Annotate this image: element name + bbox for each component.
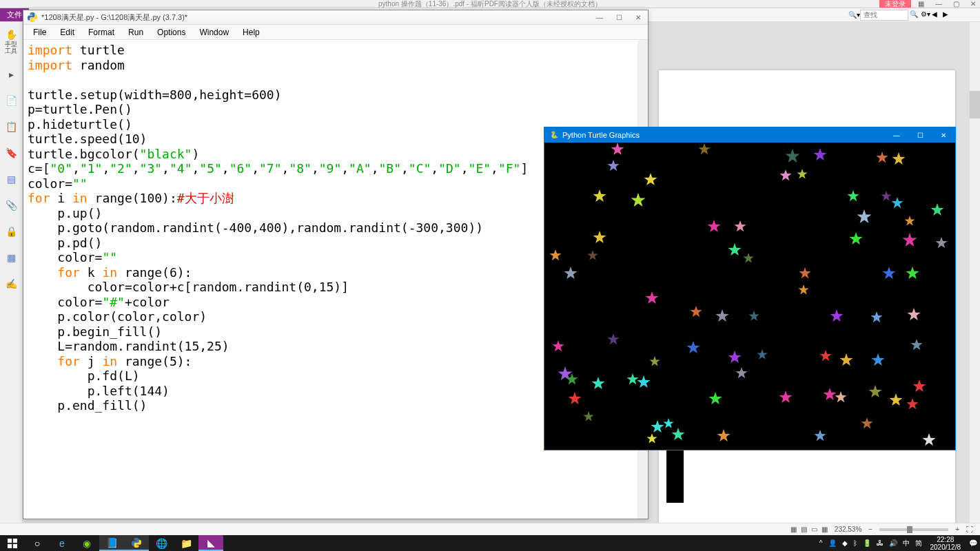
turtle-star xyxy=(868,384,883,402)
expand-icon[interactable]: ▸ xyxy=(4,67,18,81)
search-next-icon[interactable]: ▶ xyxy=(943,10,952,20)
tray-bluetooth-icon[interactable]: ᛒ xyxy=(850,539,860,547)
foxit-app-icon[interactable]: ◣ xyxy=(198,535,223,551)
tray-up-icon[interactable]: ^ xyxy=(817,539,826,547)
turtle-star xyxy=(906,307,921,325)
menu-file[interactable]: File xyxy=(26,26,53,39)
menu-edit[interactable]: Edit xyxy=(53,26,81,39)
search-input[interactable] xyxy=(860,10,908,21)
zoom-slider-thumb[interactable] xyxy=(907,526,912,533)
search-prev-icon[interactable]: ◀ xyxy=(932,10,941,20)
tray-volume-icon[interactable]: 🔊 xyxy=(886,539,900,547)
idle-titlebar[interactable]: *1208满天星.py - G:\1208满天星.py (3.7.3)* — ☐… xyxy=(23,10,648,25)
view-mode-icon-2[interactable]: ▤ xyxy=(801,526,807,533)
search-dropdown-icon[interactable]: 🔍▾ xyxy=(848,11,860,19)
turtle-star xyxy=(910,338,923,355)
foxit-doc-title: python 操作题（11-36）.pdf - 福昕PDF阅读器个人版（未经授权… xyxy=(378,0,602,9)
maximize-icon[interactable]: ▢ xyxy=(949,0,963,8)
turtle-star xyxy=(686,340,701,358)
idle-close-icon[interactable]: ✕ xyxy=(629,10,648,24)
clock-date: 2020/12/8 xyxy=(930,543,961,551)
turtle-star xyxy=(708,391,723,409)
menu-help[interactable]: Help xyxy=(236,26,267,39)
wechat-icon[interactable]: ◉ xyxy=(74,535,99,551)
page-icon[interactable]: 📄 xyxy=(4,94,18,107)
notifications-icon[interactable]: 💬 xyxy=(966,539,980,547)
tray-people-icon[interactable]: 👤 xyxy=(826,539,839,547)
scrollbar-thumb[interactable] xyxy=(970,91,980,118)
fullscreen-icon[interactable]: ⛶ xyxy=(966,526,973,533)
tray-ime-1[interactable]: 中 xyxy=(900,539,912,548)
turtle-python-icon: 🐍 xyxy=(550,131,558,139)
turtle-window: 🐍 Python Turtle Graphics — ☐ ✕ xyxy=(544,127,955,450)
turtle-star xyxy=(834,391,848,407)
hand-tool-label: 手型 工具 xyxy=(4,41,18,55)
idle-maximize-icon[interactable]: ☐ xyxy=(609,10,629,24)
turtle-close-icon[interactable]: ✕ xyxy=(932,127,955,143)
zoom-out-icon[interactable]: − xyxy=(868,526,872,533)
close-icon[interactable]: ✕ xyxy=(966,0,980,8)
turtle-star xyxy=(689,305,703,322)
tray-network-icon[interactable]: 🖧 xyxy=(874,539,886,547)
bookmark-icon[interactable]: 🔖 xyxy=(4,146,18,160)
tray-ime-2[interactable]: 简 xyxy=(912,539,925,548)
zoom-in-icon[interactable]: + xyxy=(955,526,959,533)
view-mode-icon-1[interactable]: ▦ xyxy=(790,526,797,533)
turtle-minimize-icon[interactable]: — xyxy=(885,127,908,143)
turtle-star xyxy=(706,219,722,237)
tray-app-icon[interactable]: ◆ xyxy=(839,539,850,547)
taskbar-clock[interactable]: 22:28 2020/12/8 xyxy=(925,536,967,551)
menu-run[interactable]: Run xyxy=(121,26,150,39)
turtle-star xyxy=(697,143,711,159)
turtle-star xyxy=(870,311,884,327)
app-grid-icon[interactable]: ▦ xyxy=(914,0,928,8)
view-mode-icon-4[interactable]: ▦ xyxy=(821,526,828,533)
turtle-star xyxy=(549,249,562,265)
turtle-titlebar[interactable]: 🐍 Python Turtle Graphics — ☐ ✕ xyxy=(544,127,955,143)
search-settings-icon[interactable]: ⚙▾ xyxy=(921,10,930,20)
menu-options[interactable]: Options xyxy=(150,26,192,39)
python-app-icon[interactable] xyxy=(124,535,149,551)
turtle-star xyxy=(630,192,646,211)
form-icon[interactable]: ▦ xyxy=(4,251,18,264)
zoom-level[interactable]: 232.53% xyxy=(835,526,861,533)
turtle-star xyxy=(733,220,747,236)
idle-minimize-icon[interactable]: — xyxy=(590,10,609,24)
signature-icon[interactable]: ✍ xyxy=(4,277,18,291)
tray-battery-icon[interactable]: 🔋 xyxy=(860,539,874,547)
view-mode-icon-3[interactable]: ▭ xyxy=(811,526,817,533)
menu-format[interactable]: Format xyxy=(81,26,121,39)
start-button[interactable] xyxy=(0,535,25,551)
cortana-icon[interactable]: ○ xyxy=(25,535,50,551)
foxit-sidebar: ✋ 手型 工具 ▸ 📄 📋 🔖 ▤ 📎 🔒 ▦ ✍ xyxy=(0,22,23,534)
login-button[interactable]: 未登录 xyxy=(879,0,911,8)
layers-icon[interactable]: ▤ xyxy=(4,172,18,186)
turtle-star xyxy=(567,391,582,409)
turtle-star xyxy=(551,340,565,356)
foxit-vertical-scrollbar[interactable] xyxy=(969,22,980,534)
turtle-star xyxy=(582,410,595,426)
edge-icon[interactable]: e xyxy=(50,535,74,551)
turtle-star xyxy=(930,202,945,220)
attachment-icon[interactable]: 📎 xyxy=(4,198,18,212)
chrome-icon[interactable]: 🌐 xyxy=(149,535,174,551)
turtle-maximize-icon[interactable]: ☐ xyxy=(908,127,932,143)
menu-window[interactable]: Window xyxy=(192,26,236,39)
turtle-star xyxy=(748,310,760,325)
turtle-star xyxy=(881,266,897,284)
turtle-star xyxy=(563,266,578,284)
minimize-icon[interactable]: — xyxy=(931,0,946,8)
clipboard-icon[interactable]: 📋 xyxy=(4,120,18,134)
hand-tool-icon[interactable]: ✋ xyxy=(4,28,18,41)
turtle-star xyxy=(606,159,620,176)
zoom-slider[interactable] xyxy=(879,528,948,531)
turtle-star xyxy=(846,189,860,206)
turtle-star xyxy=(901,232,918,251)
lock-icon[interactable]: 🔒 xyxy=(4,225,18,238)
search-go-icon[interactable]: 🔍 xyxy=(910,10,919,20)
turtle-star xyxy=(797,284,810,299)
turtle-star xyxy=(935,236,948,253)
pycharm-icon[interactable]: 📘 xyxy=(99,535,124,551)
explorer-icon[interactable]: 📁 xyxy=(174,535,198,551)
turtle-star xyxy=(636,375,651,393)
